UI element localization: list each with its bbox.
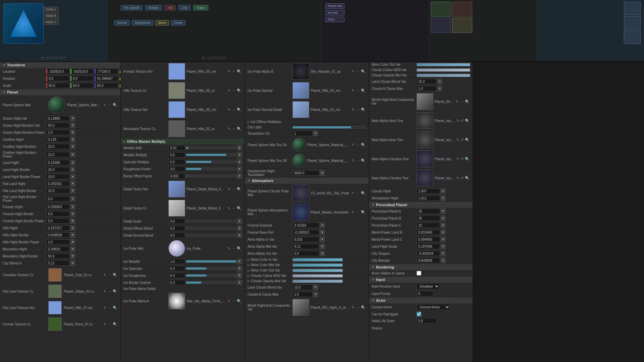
det-tex-search[interactable]: 🔍 <box>236 187 242 192</box>
ice-alpha-b-edit[interactable]: ✎ <box>351 69 355 74</box>
tex-arrow-btn[interactable]: → <box>107 322 112 327</box>
land-clouds-blend-spin[interactable]: ▼ <box>313 285 318 290</box>
planet-prop-input[interactable] <box>46 181 70 186</box>
planet-mat-edit[interactable]: ✎ <box>103 103 107 108</box>
detail-normal-input[interactable] <box>168 233 185 238</box>
procidual-c-spin[interactable]: ▼ <box>441 223 445 228</box>
ice-mat-search[interactable]: 🔍 <box>236 246 242 251</box>
procidual-c-input[interactable] <box>417 223 440 228</box>
location-y[interactable] <box>70 69 94 74</box>
ice-roughness-spin[interactable]: ▼ <box>237 273 242 278</box>
planet-prop-input[interactable] <box>46 211 70 217</box>
planet-prop-input[interactable] <box>46 130 70 135</box>
cloudes-one-reload[interactable]: ↺ <box>460 157 464 162</box>
world-hight-arrow[interactable]: → <box>356 305 360 310</box>
tex-arrow-btn[interactable]: → <box>107 289 112 294</box>
planet-prop-input[interactable] <box>46 246 70 252</box>
planet-mat-search[interactable]: 🔍 <box>112 103 118 108</box>
ice-normal-arrow[interactable]: → <box>356 88 360 93</box>
blend-land-b-spin[interactable]: ▼ <box>441 230 445 235</box>
clouds-a-clamp-spin[interactable]: ▼ <box>313 292 318 297</box>
planet-prop-spin[interactable]: ▼ <box>70 211 75 217</box>
planet-prop-input[interactable] <box>46 123 70 128</box>
mid-tex-arrow[interactable]: → <box>231 107 236 112</box>
scale-x[interactable] <box>46 83 70 88</box>
can-be-damaged-checkbox[interactable] <box>417 312 421 316</box>
world-hight-far-edit[interactable]: ✎ <box>455 99 459 104</box>
roughness-power-input[interactable] <box>168 166 185 172</box>
ice-normal-search[interactable]: 🔍 <box>361 88 366 93</box>
ice-metallic-spin[interactable]: ▼ <box>237 259 242 264</box>
city-blender-spin[interactable]: ▼ <box>441 258 445 263</box>
ice-mat-edit[interactable]: ✎ <box>227 246 231 251</box>
nois-two-reload[interactable]: ↺ <box>460 137 464 142</box>
planet-prop-input[interactable] <box>46 137 70 142</box>
world-hight-far-arrow[interactable]: → <box>460 99 464 104</box>
mid-tex-arrow[interactable]: → <box>231 69 236 74</box>
planet-prop-spin[interactable]: ▼ <box>70 218 75 224</box>
ice-alpha-b-arrow[interactable]: → <box>356 69 360 74</box>
planet-prop-spin[interactable]: ▼ <box>70 246 75 252</box>
ice-normal-edit[interactable]: ✎ <box>351 88 355 93</box>
fresnel-base-spin[interactable]: ▼ <box>320 230 325 235</box>
atmo-mat-arrow[interactable]: → <box>356 210 360 215</box>
procidual-a-input[interactable] <box>417 208 440 214</box>
clouds-a-clamp-input[interactable] <box>292 292 313 297</box>
det-tex-arrow[interactable]: → <box>231 187 236 192</box>
planet-prop-spin[interactable]: ▼ <box>70 123 75 128</box>
cloudes-two-search[interactable]: 🔍 <box>465 176 470 181</box>
tesselation-on-input[interactable] <box>292 131 313 136</box>
planet-prop-input[interactable] <box>46 218 70 224</box>
clouds-polar-arrow[interactable]: → <box>356 191 360 196</box>
tex-edit-btn[interactable]: ✎ <box>103 289 107 294</box>
ice-specular-spin[interactable]: ▼ <box>237 266 242 271</box>
ice-mat-arrow[interactable]: → <box>231 246 236 251</box>
land-clouds-blend-var-input[interactable] <box>417 79 437 84</box>
tes-off-edit[interactable]: ✎ <box>351 158 355 163</box>
planet-prop-input[interactable] <box>46 167 70 172</box>
scale-y[interactable] <box>70 83 94 88</box>
planet-prop-spin[interactable]: ▼ <box>70 181 75 186</box>
planet-prop-input[interactable] <box>46 116 70 121</box>
blend-land-b-input[interactable] <box>417 230 440 235</box>
tes-on-arrow[interactable]: → <box>356 142 360 147</box>
planet-prop-spin[interactable]: ▼ <box>70 225 75 231</box>
det-tex-arrow[interactable]: → <box>231 206 236 211</box>
atmo-hight-input[interactable] <box>417 195 440 201</box>
planet-prop-spin[interactable]: ▼ <box>70 174 75 179</box>
displacement-spin[interactable]: ▼ <box>320 170 325 176</box>
nois-one-search[interactable]: 🔍 <box>465 118 470 123</box>
rotation-x[interactable] <box>46 76 70 81</box>
ice-normal-detail-search[interactable]: 🔍 <box>361 107 366 112</box>
planet-header[interactable]: ▼ Planet <box>0 89 120 95</box>
world-hight-far-search[interactable]: 🔍 <box>465 99 470 104</box>
atmo-alpha-out-input[interactable] <box>292 251 319 256</box>
auto-receive-dropdown[interactable]: Disabled <box>417 283 440 289</box>
tex-search-btn[interactable]: 🔍 <box>112 305 118 310</box>
planet-prop-input[interactable] <box>46 260 70 266</box>
planet-prop-input[interactable] <box>46 188 70 193</box>
specular-multiply-spin[interactable]: ▼ <box>237 159 242 165</box>
procidual-b-spin[interactable]: ▼ <box>441 216 445 221</box>
metallic-add-input[interactable] <box>168 145 185 150</box>
planet-prop-spin[interactable]: ▼ <box>70 144 75 149</box>
atmo-hight-spin[interactable]: ▼ <box>441 195 445 201</box>
location-x[interactable] <box>46 69 70 74</box>
displacement-input[interactable] <box>292 170 319 176</box>
blend-land-c-input[interactable] <box>417 237 440 242</box>
ice-specular-input[interactable] <box>168 266 185 271</box>
tex-arrow-btn[interactable]: → <box>107 273 112 278</box>
detail-normal-spin[interactable]: ▼ <box>237 233 242 238</box>
blend-land-c-spin[interactable]: ▼ <box>441 237 445 242</box>
planet-prop-input[interactable] <box>46 196 70 201</box>
ice-alpha-b-search[interactable]: 🔍 <box>361 69 366 74</box>
planet-prop-input[interactable] <box>46 152 70 157</box>
atmo-alpha-out-spin[interactable]: ▼ <box>320 251 325 256</box>
planet-prop-spin[interactable]: ▼ <box>70 130 75 135</box>
actor-section-header[interactable]: ▼ Actor <box>369 297 473 303</box>
city-blender-input[interactable] <box>417 258 440 263</box>
tex-arrow-btn[interactable]: → <box>107 305 112 310</box>
planet-prop-spin[interactable]: ▼ <box>70 239 75 245</box>
planet-prop-spin[interactable]: ▼ <box>70 253 75 259</box>
atmo-mat-edit[interactable]: ✎ <box>351 210 355 215</box>
